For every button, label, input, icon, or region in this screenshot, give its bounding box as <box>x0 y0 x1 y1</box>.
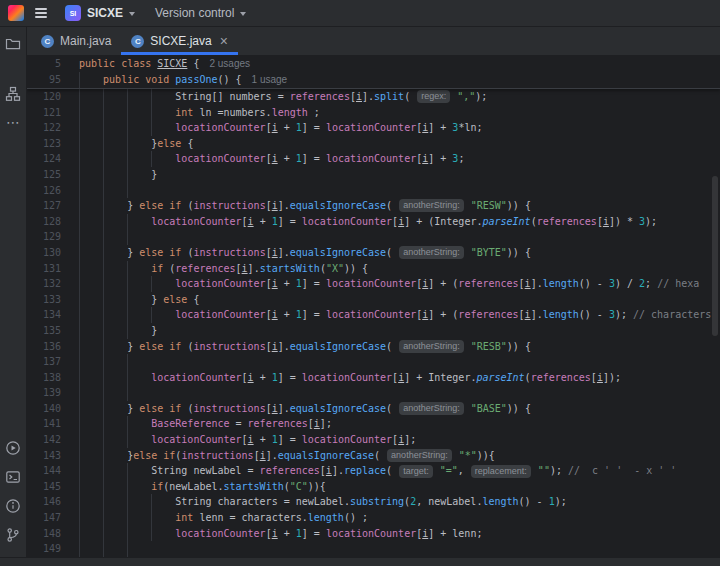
close-icon[interactable]: × <box>220 35 228 48</box>
line-number[interactable]: 147 <box>27 510 61 526</box>
vcs-widget[interactable]: Version control <box>148 3 253 23</box>
project-widget[interactable]: SI SICXE <box>58 2 142 24</box>
line-number[interactable]: 148 <box>27 526 61 542</box>
line-number[interactable]: 136 <box>27 339 61 355</box>
line-number[interactable]: 123 <box>27 136 61 152</box>
chevron-down-icon <box>240 12 246 16</box>
code-line[interactable]: 129 <box>27 229 720 245</box>
code-line[interactable]: 136} else if (instructions[i].equalsIgno… <box>27 339 720 355</box>
main-toolbar: SI SICXE Version control <box>0 0 720 27</box>
java-class-icon: C <box>41 35 54 48</box>
code-line[interactable]: 128locationCounter[i + 1] = locationCoun… <box>27 214 720 230</box>
scrollbar-thumb[interactable] <box>712 176 718 336</box>
line-number[interactable]: 128 <box>27 214 61 230</box>
code-line[interactable]: 138locationCounter[i + 1] = locationCoun… <box>27 370 720 386</box>
code-line[interactable]: 135} <box>27 323 720 339</box>
code-line[interactable]: 127} else if (instructions[i].equalsIgno… <box>27 198 720 214</box>
intellij-logo-icon <box>8 5 24 21</box>
code-line[interactable]: 125} <box>27 167 720 183</box>
line-number[interactable]: 125 <box>27 167 61 183</box>
code-line[interactable]: 132locationCounter[i + 1] = locationCoun… <box>27 276 720 292</box>
code-line[interactable]: 126 <box>27 183 720 199</box>
line-number[interactable]: 141 <box>27 416 61 432</box>
line-number[interactable]: 127 <box>27 198 61 214</box>
code-line[interactable]: 121int ln =numbers.length ; <box>27 105 720 121</box>
code-line[interactable]: 134locationCounter[i + 1] = locationCoun… <box>27 307 720 323</box>
sticky-lines: 5public class SICXE {2 usages95public vo… <box>27 56 720 89</box>
line-number[interactable]: 138 <box>27 370 61 386</box>
code-line[interactable]: 123}else { <box>27 136 720 152</box>
line-number[interactable]: 149 <box>27 541 61 557</box>
code-line[interactable]: 133} else { <box>27 292 720 308</box>
code-line[interactable]: 147int lenn = characters.length() ; <box>27 510 720 526</box>
line-number[interactable]: 134 <box>27 307 61 323</box>
code-line[interactable]: 148locationCounter[i + 1] = locationCoun… <box>27 526 720 542</box>
version-control-tool-icon[interactable] <box>1 523 25 547</box>
code-line[interactable]: 144String newLabel = references[i].repla… <box>27 463 720 479</box>
project-tool-icon[interactable] <box>1 32 25 56</box>
tab-label: SICXE.java <box>150 34 211 48</box>
line-number[interactable]: 124 <box>27 151 61 167</box>
line-number[interactable]: 130 <box>27 245 61 261</box>
line-number[interactable]: 126 <box>27 183 61 199</box>
code-line[interactable]: 139 <box>27 385 720 401</box>
code-line[interactable]: 130} else if (instructions[i].equalsIgno… <box>27 245 720 261</box>
code-line[interactable]: 143}else if(instructions[i].equalsIgnore… <box>27 448 720 464</box>
problems-tool-icon[interactable] <box>1 494 25 518</box>
chevron-down-icon <box>129 12 135 16</box>
line-number[interactable]: 137 <box>27 354 61 370</box>
editor-scrollbar[interactable] <box>710 56 720 557</box>
code-line[interactable]: 5public class SICXE {2 usages <box>27 56 720 72</box>
tab-label: Main.java <box>60 34 111 48</box>
code-line[interactable]: 137 <box>27 354 720 370</box>
ide-window: SI SICXE Version control <box>0 0 720 566</box>
line-number[interactable]: 143 <box>27 448 61 464</box>
code-line[interactable]: 95public void passOne() {1 usage <box>27 72 720 88</box>
line-number[interactable]: 133 <box>27 292 61 308</box>
code-line[interactable]: 122locationCounter[i + 1] = locationCoun… <box>27 120 720 136</box>
main-menu-icon[interactable] <box>30 9 52 17</box>
code-line[interactable]: 124locationCounter[i + 1] = locationCoun… <box>27 151 720 167</box>
code-line[interactable]: 140} else if (instructions[i].equalsIgno… <box>27 401 720 417</box>
line-number[interactable]: 140 <box>27 401 61 417</box>
run-tool-icon[interactable] <box>1 436 25 460</box>
code-editor[interactable]: 5public class SICXE {2 usages95public vo… <box>27 56 720 557</box>
line-number[interactable]: 95 <box>27 72 61 88</box>
terminal-tool-icon[interactable] <box>1 465 25 489</box>
code-line[interactable]: 146String characters = newLabel.substrin… <box>27 494 720 510</box>
project-icon: SI <box>65 5 81 21</box>
line-number[interactable]: 139 <box>27 385 61 401</box>
line-number[interactable]: 145 <box>27 479 61 495</box>
java-class-icon: C <box>131 35 144 48</box>
tab-main-java[interactable]: CMain.java <box>31 27 121 55</box>
tool-window-stripe: ⋯ <box>0 27 27 557</box>
structure-tool-icon[interactable] <box>1 82 25 106</box>
project-name: SICXE <box>87 6 123 20</box>
bottom-strip <box>0 557 720 566</box>
line-number[interactable]: 142 <box>27 432 61 448</box>
code-line[interactable]: 120String[] numbers = references[i].spli… <box>27 89 720 105</box>
code-line[interactable]: 131if (references[i].startsWith("X")) { <box>27 261 720 277</box>
line-number[interactable]: 120 <box>27 89 61 105</box>
code-area: 120String[] numbers = references[i].spli… <box>27 89 720 557</box>
code-line[interactable]: 149 <box>27 541 720 557</box>
line-number[interactable]: 5 <box>27 56 61 72</box>
code-line[interactable]: 141BaseReference = references[i]; <box>27 416 720 432</box>
code-line[interactable]: 145if(newLabel.startsWith("C")){ <box>27 479 720 495</box>
code-line[interactable]: 142locationCounter[i + 1] = locationCoun… <box>27 432 720 448</box>
line-number[interactable]: 122 <box>27 120 61 136</box>
editor-tabs: CMain.javaCSICXE.java× <box>27 27 720 56</box>
line-number[interactable]: 121 <box>27 105 61 121</box>
line-number[interactable]: 146 <box>27 494 61 510</box>
line-number[interactable]: 135 <box>27 323 61 339</box>
more-tool-windows-icon[interactable]: ⋯ <box>1 110 25 134</box>
line-number[interactable]: 132 <box>27 276 61 292</box>
line-number[interactable]: 131 <box>27 261 61 277</box>
line-number[interactable]: 129 <box>27 229 61 245</box>
vcs-label: Version control <box>155 6 234 20</box>
line-number[interactable]: 144 <box>27 463 61 479</box>
tab-sicxe-java[interactable]: CSICXE.java× <box>121 27 238 55</box>
